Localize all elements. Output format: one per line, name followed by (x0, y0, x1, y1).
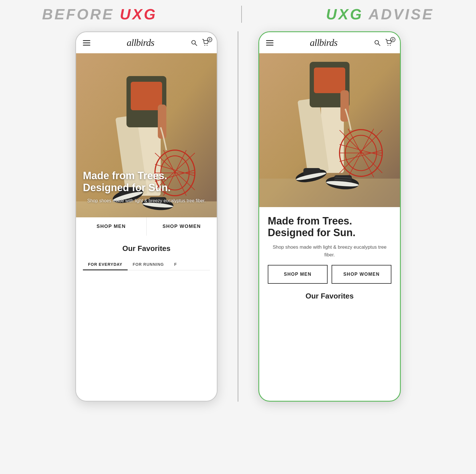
search-icon-after[interactable] (374, 39, 381, 46)
before-label: BEFORE UXG (42, 6, 157, 23)
cart-badge-after: 0 (390, 37, 395, 42)
hero-text-overlay-before: Made from Trees. Designed for Sun. Shop … (83, 170, 210, 204)
shop-women-button-after[interactable]: SHOP WOMEN (332, 265, 391, 284)
tabs-before: FOR EVERYDAY FOR RUNNING F (83, 259, 210, 270)
hero-headline-before: Made from Trees. Designed for Sun. (83, 170, 210, 193)
our-favorites-after: Our Favorites (268, 292, 391, 301)
tab-everyday-before[interactable]: FOR EVERYDAY (83, 259, 128, 270)
uxg-green: UXG (326, 6, 363, 23)
hero-before: Made from Trees. Designed for Sun. Shop … (76, 53, 217, 236)
cta-row-before: SHOP MEN SHOP WOMEN (76, 217, 217, 236)
svg-point-3 (207, 45, 207, 46)
search-icon-before[interactable] (191, 39, 197, 46)
cart-badge-before: 0 (207, 37, 212, 42)
hero-photo-after (259, 53, 400, 207)
cart-icon-after[interactable]: 0 (385, 39, 393, 47)
hamburger-icon-before[interactable] (83, 40, 90, 46)
svg-point-2 (204, 45, 205, 46)
before-text: BEFORE (42, 6, 120, 23)
top-divider (241, 6, 242, 23)
center-divider (238, 31, 238, 402)
content-after: Made from Trees. Designed for Sun. Shop … (259, 207, 400, 311)
hero-photo-before (76, 53, 217, 236)
nav-bar-after: allbirds 0 (259, 32, 400, 53)
nav-bar-before: allbirds 0 (76, 32, 217, 53)
svg-line-27 (378, 44, 380, 46)
svg-point-28 (387, 45, 388, 46)
cart-icon-before[interactable]: 0 (202, 39, 210, 47)
svg-point-29 (390, 45, 391, 46)
uxg-red: UXG (120, 6, 157, 23)
tab-running-before[interactable]: FOR RUNNING (128, 259, 169, 270)
cta-row-after: SHOP MEN SHOP WOMEN (268, 265, 391, 284)
svg-rect-35 (314, 68, 345, 93)
hero-headline-after: Made from Trees. Designed for Sun. (268, 215, 391, 239)
svg-rect-9 (131, 82, 162, 110)
below-fold-before: Our Favorites FOR EVERYDAY FOR RUNNING F (76, 236, 217, 401)
svg-line-1 (195, 44, 197, 46)
hero-subtext-after: Shop shoes made with light & breezy euca… (268, 243, 391, 259)
our-favorites-before: Our Favorites (83, 244, 210, 253)
shop-men-button-before[interactable]: SHOP MEN (76, 217, 147, 236)
before-phone: allbirds 0 (75, 31, 218, 402)
hamburger-icon-after[interactable] (266, 40, 273, 46)
hero-after (259, 53, 400, 207)
shop-women-button-before[interactable]: SHOP WOMEN (147, 217, 217, 236)
advise-text: ADVISE (363, 6, 434, 23)
after-phone: allbirds 0 (258, 31, 401, 402)
tab-more-before[interactable]: F (169, 259, 182, 270)
after-label: UXG ADVISE (326, 6, 434, 23)
shop-men-button-after[interactable]: SHOP MEN (268, 265, 328, 284)
logo-after: allbirds (310, 37, 338, 48)
hero-subtext-before: Shop shoes made with light & breezy euca… (83, 197, 210, 204)
logo-before: allbirds (127, 37, 154, 48)
